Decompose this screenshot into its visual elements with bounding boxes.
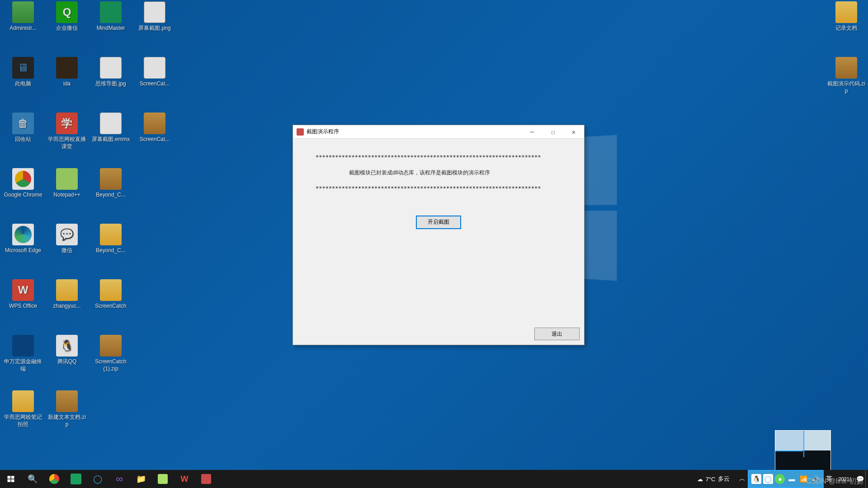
desktop-icon-mindimg[interactable]: 思维导图.jpg	[89, 57, 132, 88]
chevron-up-icon: ︿	[739, 475, 745, 483]
icon-label: 新建文本文档.zip	[45, 414, 89, 428]
npp-icon	[56, 168, 78, 190]
desktop-icon-sczip[interactable]: ScreenCatch (1).zip	[89, 335, 132, 372]
desktop-icon-recycle[interactable]: 🗑回收站	[1, 113, 45, 143]
icon-label: 记录文档	[825, 25, 868, 32]
bc1-icon	[100, 168, 122, 190]
svg-rect-2	[8, 479, 11, 482]
icon-label: ScreenCat...	[133, 136, 176, 143]
close-button[interactable]: ✕	[563, 125, 584, 139]
svg-rect-0	[8, 476, 11, 479]
app-icon: ◯	[93, 474, 102, 484]
desktop-icon-bc1[interactable]: Beyond_C...	[89, 168, 132, 199]
recycle-icon: 🗑	[12, 113, 34, 134]
mindimg-icon	[100, 57, 122, 79]
taskbar-explorer[interactable]: 📁	[130, 470, 152, 488]
weather-temp: 7°C	[706, 476, 716, 483]
icon-label: WPS Office	[1, 303, 45, 310]
desktop-icon-edge[interactable]: Microsoft Edge	[1, 224, 45, 254]
wps-icon: W	[181, 474, 189, 484]
taskbar-npp[interactable]	[152, 470, 174, 488]
tray-expand[interactable]: ︿	[737, 470, 748, 488]
folder-icon: 📁	[136, 474, 146, 484]
sc2-icon	[144, 113, 165, 134]
desktop-icon-demozip[interactable]: 截图演示代码.zip	[825, 57, 868, 94]
show-desktop-button[interactable]	[865, 470, 868, 488]
icon-label: 此电脑	[1, 80, 45, 88]
demo-app-icon	[201, 474, 211, 484]
search-button[interactable]: 🔍	[22, 470, 43, 488]
img1-icon	[144, 1, 165, 23]
desktop-icon-npp[interactable]: Notepad++	[45, 168, 89, 199]
zhang-icon	[56, 279, 78, 301]
watermark: CSDN @link-初扬	[806, 477, 863, 486]
minimize-button[interactable]: ─	[522, 125, 542, 139]
desktop-icon-scmain[interactable]: ScreenCatch	[89, 279, 132, 310]
desktop-icon-qq[interactable]: 🐧腾讯QQ	[45, 335, 89, 366]
windows-icon	[7, 475, 15, 483]
desktop-icon-mindmaster[interactable]: MindMaster	[89, 1, 132, 32]
desktop-icon-qywx[interactable]: Q企业微信	[45, 1, 89, 32]
taskbar-wps[interactable]: W	[174, 470, 195, 488]
taskbar: 🔍 ◯ ∞ 📁 W ☁ 7°C 多云 ︿ 🐧 ◯ ● ▬ 📶 🔊 英 2021/	[0, 470, 868, 488]
tray-qq-icon[interactable]: 🐧	[751, 474, 761, 484]
desktop-icon-img1[interactable]: 屏幕截图.png	[133, 1, 176, 32]
dialog-titlebar[interactable]: 截图演示程序 ─ ☐ ✕	[293, 125, 584, 139]
tray-battery-icon[interactable]: ▬	[787, 474, 797, 484]
emmx-icon	[100, 113, 122, 134]
dialog-title: 截图演示程序	[307, 128, 522, 136]
chrome-icon	[12, 168, 34, 190]
desktop-icon-zhang[interactable]: zhangyuc...	[45, 279, 89, 310]
svg-rect-1	[11, 476, 14, 479]
icon-label: 屏幕截图.emmx	[89, 136, 132, 143]
weather-desc: 多云	[718, 475, 730, 483]
newtxt-icon	[56, 390, 78, 412]
desktop-icon-administr[interactable]: Administr...	[1, 1, 45, 32]
desktop-icon-chrome[interactable]: Google Chrome	[1, 168, 45, 199]
screenshot-demo-dialog: 截图演示程序 ─ ☐ ✕ ***************************…	[292, 125, 585, 345]
desktop-icon-swhy[interactable]: 申万宏源金融终端	[1, 335, 45, 372]
start-screenshot-button[interactable]: 开启截图	[416, 216, 461, 229]
taskbar-mindmaster[interactable]	[65, 470, 87, 488]
xueersi-icon: 学	[56, 113, 78, 134]
desktop-icon-thispc[interactable]: 🖥此电脑	[1, 57, 45, 88]
tray-wechat-icon[interactable]: ●	[775, 474, 785, 484]
desktop-icon-sc2[interactable]: ScreenCat...	[133, 113, 176, 143]
taskbar-app1[interactable]: ◯	[87, 470, 108, 488]
app-icon	[297, 128, 304, 136]
dialog-body: ****************************************…	[293, 139, 584, 244]
icon-label: Beyond_C...	[89, 192, 132, 199]
icon-label: Beyond_C...	[89, 247, 132, 254]
taskbar-chrome[interactable]	[43, 470, 65, 488]
desktop-icon-sc1[interactable]: ScreenCat...	[133, 57, 176, 88]
taskbar-vs[interactable]: ∞	[108, 470, 130, 488]
weather-widget[interactable]: ☁ 7°C 多云	[693, 475, 735, 483]
desktop-icon-weixin[interactable]: 💬微信	[45, 224, 89, 254]
exit-button[interactable]: 退出	[534, 328, 580, 340]
taskbar-demo-app[interactable]	[195, 470, 217, 488]
bc2-icon	[100, 224, 122, 245]
maximize-button[interactable]: ☐	[542, 125, 563, 139]
icon-label: Microsoft Edge	[1, 247, 45, 254]
icon-label: Google Chrome	[1, 192, 45, 199]
desktop-icon-newtxt[interactable]: 新建文本文档.zip	[45, 390, 89, 428]
icon-label: 屏幕截图.png	[133, 25, 176, 32]
desktop-icon-emmx[interactable]: 屏幕截图.emmx	[89, 113, 132, 143]
wps-icon: W	[12, 279, 34, 301]
desktop-icon-wps[interactable]: WWPS Office	[1, 279, 45, 310]
desktop-icon-recdoc[interactable]: 记录文档	[825, 1, 868, 32]
start-button[interactable]	[0, 470, 22, 488]
weixin-icon: 💬	[56, 224, 78, 245]
desktop-icon-bc2[interactable]: Beyond_C...	[89, 224, 132, 254]
separator-bottom: ****************************************…	[316, 184, 561, 193]
desktop-icon-xueersi[interactable]: 学学而思网校直播课堂	[45, 113, 89, 150]
icon-label: ScreenCatch (1).zip	[89, 358, 132, 372]
tray-app-icon[interactable]: ◯	[763, 474, 773, 484]
icon-label: ScreenCat...	[133, 80, 176, 88]
administr-icon	[12, 1, 34, 23]
desktop-icon-ida[interactable]: ida	[45, 57, 89, 88]
icon-label: Notepad++	[45, 192, 89, 199]
desktop-icon-notes[interactable]: 学而思网校笔记拍照	[1, 390, 45, 428]
icon-label: 截图演示代码.zip	[825, 80, 868, 94]
icon-label: Administr...	[1, 25, 45, 32]
